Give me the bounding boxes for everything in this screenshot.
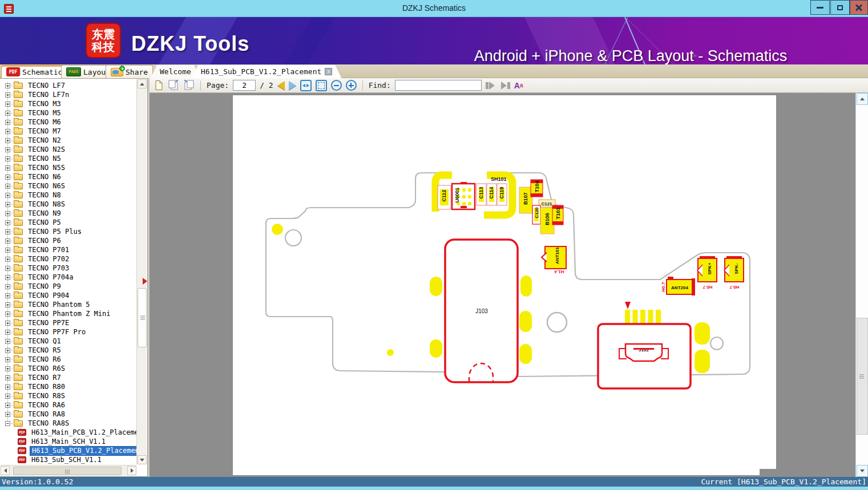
tree-item-folder[interactable]: +TECNO M5 xyxy=(0,108,136,118)
tree-item-folder[interactable]: +TECNO P5 Plus xyxy=(0,227,136,236)
expand-icon[interactable]: + xyxy=(5,366,10,371)
document-canvas[interactable]: SH101 C112 U6001 C113 xyxy=(150,93,868,477)
viewer-scrollbar-thumb[interactable] xyxy=(857,318,868,435)
tab-schematic[interactable]: PDF Schematic xyxy=(1,65,67,78)
tree-item-folder[interactable]: +TECNO N8 xyxy=(0,191,136,200)
scroll-left-button[interactable] xyxy=(1,466,10,475)
page-number-input[interactable] xyxy=(233,80,256,91)
expand-icon[interactable]: + xyxy=(5,284,10,289)
tree-vertical-scrollbar[interactable] xyxy=(136,79,147,464)
tree-item-folder[interactable]: +TECNO Q1 xyxy=(0,337,136,346)
fit-page-button[interactable] xyxy=(316,80,327,91)
tree-item-file[interactable]: PDFH613_Main_PCB_V1.2_Placement xyxy=(0,428,136,437)
expand-icon[interactable]: + xyxy=(5,330,10,335)
tree-item-folder[interactable]: +TECNO N9 xyxy=(0,209,136,218)
tree-item-folder[interactable]: +TECNO LF7 xyxy=(0,81,136,90)
expand-icon[interactable]: + xyxy=(5,248,10,253)
zoom-in-button[interactable] xyxy=(346,80,357,91)
expand-icon[interactable]: + xyxy=(5,293,10,298)
scroll-down-button[interactable] xyxy=(138,455,147,464)
expand-icon[interactable]: + xyxy=(5,147,10,152)
expand-icon[interactable]: + xyxy=(5,339,10,344)
tree-item-folder[interactable]: +TECNO N2 xyxy=(0,136,136,145)
tree-item-folder[interactable]: +TECNO N6 xyxy=(0,172,136,181)
maximize-button[interactable] xyxy=(830,0,850,15)
expand-icon[interactable]: + xyxy=(5,275,10,280)
expand-icon[interactable]: + xyxy=(5,92,10,98)
fit-width-button[interactable] xyxy=(300,80,312,91)
tree-item-folder[interactable]: +TECNO R8S xyxy=(0,391,136,400)
expand-icon[interactable]: + xyxy=(5,175,10,180)
expand-icon[interactable]: + xyxy=(5,129,10,134)
tree-item-folder[interactable]: +TECNO R7 xyxy=(0,373,136,382)
expand-icon[interactable]: + xyxy=(5,193,10,198)
tree-item-folder[interactable]: +TECNO PP7E xyxy=(0,318,136,327)
tree-item-folder[interactable]: +TECNO N5S xyxy=(0,163,136,172)
scroll-right-button[interactable] xyxy=(127,466,136,475)
tree-item-folder[interactable]: +TECNO RA6 xyxy=(0,400,136,410)
tree-item-folder[interactable]: +TECNO Phantom Z Mini xyxy=(0,309,136,318)
expand-icon[interactable]: + xyxy=(5,229,10,234)
splitter-collapse-arrow-icon[interactable] xyxy=(143,278,147,285)
expand-icon[interactable]: + xyxy=(5,83,10,88)
tree-item-folder[interactable]: +TECNO R6 xyxy=(0,355,136,364)
tree-item-folder[interactable]: +TECNO N2S xyxy=(0,145,136,154)
expand-icon[interactable]: + xyxy=(5,165,10,171)
tree-item-folder[interactable]: +TECNO N8S xyxy=(0,200,136,209)
expand-icon[interactable]: + xyxy=(5,211,10,216)
expand-icon[interactable]: + xyxy=(5,266,10,271)
expand-icon[interactable]: + xyxy=(5,311,10,317)
tree-item-file[interactable]: PDFH613_Sub_PCB_V1.2_Placement xyxy=(0,446,136,455)
tree-item-folder[interactable]: +TECNO Phantom 5 xyxy=(0,300,136,309)
tree-item-folder[interactable]: +TECNO N5 xyxy=(0,154,136,163)
next-view-button[interactable] xyxy=(183,80,195,91)
expand-icon[interactable]: + xyxy=(5,394,10,399)
tree-item-folder[interactable]: +TECNO R5 xyxy=(0,346,136,355)
tree-item-folder[interactable]: +TECNO M7 xyxy=(0,127,136,136)
tab-share[interactable]: Share xyxy=(106,65,153,78)
expand-icon[interactable]: + xyxy=(5,156,10,161)
tree-item-folder[interactable]: +TECNO P704a xyxy=(0,273,136,282)
expand-icon[interactable]: + xyxy=(5,412,10,417)
expand-icon[interactable]: + xyxy=(5,321,10,326)
zoom-out-button[interactable] xyxy=(331,80,342,91)
prev-page-button[interactable] xyxy=(277,81,285,90)
collapse-icon[interactable]: − xyxy=(5,421,10,426)
expand-icon[interactable]: + xyxy=(5,220,10,225)
expand-icon[interactable]: + xyxy=(5,302,10,307)
tree-item-folder[interactable]: +TECNO PP7F Pro xyxy=(0,327,136,337)
tree-item-file[interactable]: PDFH613_Main_SCH_V1.1 xyxy=(0,437,136,446)
minimize-button[interactable] xyxy=(810,0,830,15)
tree-item-folder[interactable]: +TECNO N6S xyxy=(0,181,136,191)
find-previous-icon[interactable] xyxy=(486,82,496,90)
prev-view-button[interactable] xyxy=(168,80,179,91)
find-input[interactable] xyxy=(395,80,482,91)
tree-item-folder[interactable]: +TECNO R6S xyxy=(0,364,136,373)
tree-item-folder[interactable]: +TECNO P701 xyxy=(0,245,136,254)
tree-item-folder[interactable]: +TECNO M3 xyxy=(0,99,136,108)
expand-icon[interactable]: + xyxy=(5,111,10,116)
tree-item-folder[interactable]: +TECNO P5 xyxy=(0,218,136,227)
tree-horizontal-scrollbar[interactable] xyxy=(1,465,136,476)
expand-icon[interactable]: + xyxy=(5,384,10,390)
tree-item-folder[interactable]: +TECNO P702 xyxy=(0,254,136,264)
viewer-vertical-scrollbar[interactable] xyxy=(855,93,868,477)
tree-item-folder[interactable]: +TECNO P703 xyxy=(0,264,136,273)
tree-item-folder[interactable]: +TECNO P6 xyxy=(0,236,136,245)
expand-icon[interactable]: + xyxy=(5,184,10,189)
tree-item-folder[interactable]: +TECNO R80 xyxy=(0,382,136,391)
tree-item-folder[interactable]: +TECNO M6 xyxy=(0,118,136,127)
close-button[interactable] xyxy=(850,0,868,15)
expand-icon[interactable]: + xyxy=(5,357,10,362)
expand-icon[interactable]: + xyxy=(5,120,10,125)
tree-item-file[interactable]: PDFH613_Sub_SCH_V1.1 xyxy=(0,455,136,464)
tree-item-folder[interactable]: +TECNO RA8 xyxy=(0,410,136,419)
scroll-up-button[interactable] xyxy=(138,79,147,88)
doc-tab-placement[interactable]: H613_Sub_PCB_V1.2_Placement x xyxy=(192,65,341,78)
font-size-icon[interactable]: Aa xyxy=(514,82,523,90)
expand-icon[interactable]: + xyxy=(5,403,10,408)
expand-icon[interactable]: + xyxy=(5,202,10,207)
doc-tab-close-icon[interactable]: x xyxy=(325,68,332,75)
expand-icon[interactable]: + xyxy=(5,348,10,353)
viewer-scroll-up-button[interactable] xyxy=(857,93,868,105)
